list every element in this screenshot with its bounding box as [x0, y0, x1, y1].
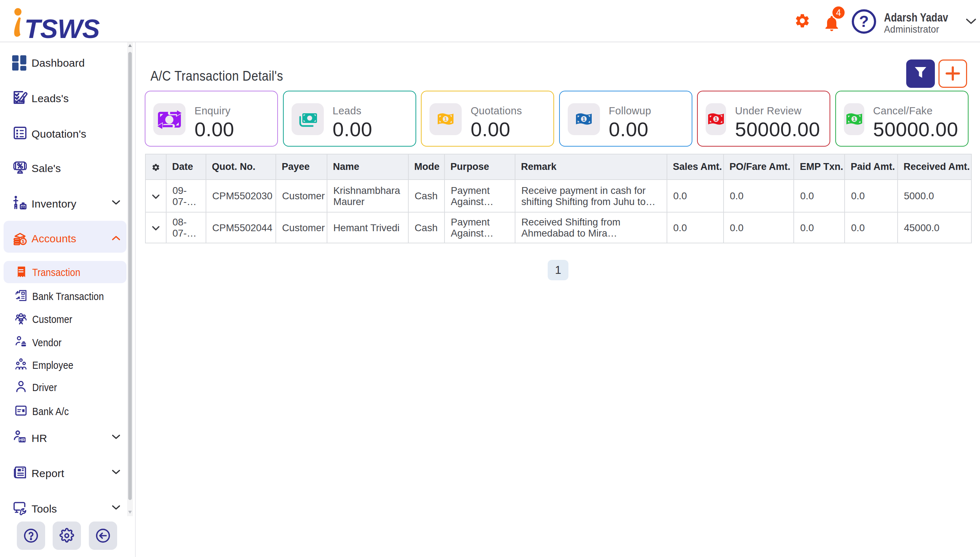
svg-text:1: 1	[582, 116, 585, 122]
svg-text:HR: HR	[19, 438, 25, 442]
svg-text:1: 1	[715, 116, 717, 122]
svg-text:1: 1	[444, 116, 447, 122]
svg-text:$: $	[22, 239, 25, 244]
svg-text:1: 1	[852, 116, 855, 122]
svg-text:TSWS: TSWS	[24, 14, 100, 40]
